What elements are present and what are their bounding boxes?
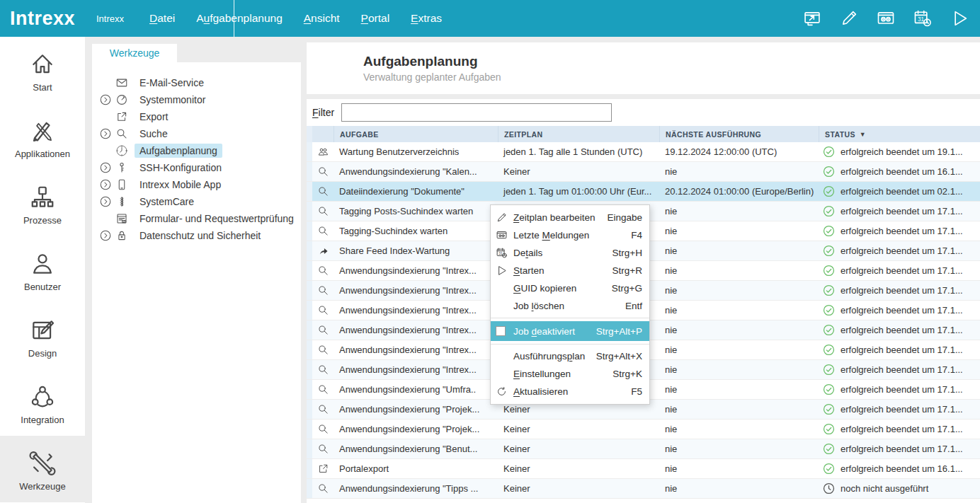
tree-item-formular-und-requestwertpr-fung[interactable]: Formular- und Requestwertprüfung xyxy=(92,210,301,227)
context-menu-item-job-l-schen[interactable]: Job löschenEntf xyxy=(491,297,649,315)
cell-aufgabe: Anwendungsindexierung "Intrex... xyxy=(334,325,498,335)
menubar-item-extras[interactable]: Extras xyxy=(411,12,442,25)
table-row[interactable]: Anwendungsindexierung "Projek...Keinerni… xyxy=(307,420,980,439)
context-menu-item-label: Letzte Meldungen xyxy=(513,230,624,241)
cell-status: erfolgreich beendet um 16.1... xyxy=(819,463,980,475)
tree-item-e-mail-service[interactable]: E-Mail-Service xyxy=(92,74,301,91)
status-text: erfolgreich beendet um 17.1... xyxy=(841,384,963,395)
context-menu-item-label: Starten xyxy=(513,265,605,276)
tree-item-export[interactable]: Export xyxy=(92,108,301,125)
sort-desc-icon: ▼ xyxy=(860,131,866,138)
column-header-status[interactable]: STATUS▼ xyxy=(819,126,980,142)
sidebar-item-prozesse[interactable]: Prozesse xyxy=(0,170,85,236)
tree-item-intrexx-mobile-app[interactable]: Intrexx Mobile App xyxy=(92,176,301,193)
scheduler-icon[interactable]: 31 xyxy=(912,8,933,29)
column-header-zeitplan[interactable]: ZEITPLAN xyxy=(498,126,659,142)
shortcut-label: F4 xyxy=(631,230,642,241)
row-strip xyxy=(307,162,312,181)
expander-icon[interactable] xyxy=(98,228,113,243)
expander-icon xyxy=(98,75,113,91)
menubar-item-portal[interactable]: Portal xyxy=(361,12,390,25)
tree-item-systemcare[interactable]: SystemCare xyxy=(92,193,301,210)
cell-zeitplan: Keiner xyxy=(498,424,659,434)
edit-icon[interactable] xyxy=(838,8,860,29)
context-menu-item-letzte-meldungen[interactable]: Letzte MeldungenF4 xyxy=(491,226,649,244)
context-menu-item-ausf-hrungsplan[interactable]: AusführungsplanStrg+Alt+X xyxy=(491,347,649,365)
status-text: noch nicht ausgeführt xyxy=(841,483,928,494)
success-status-icon xyxy=(823,403,835,415)
expander-icon[interactable] xyxy=(98,160,113,175)
last-messages-icon[interactable] xyxy=(875,8,896,29)
cell-aufgabe: Anwendungsindexierung "Umfra.. xyxy=(334,384,498,395)
expander-icon[interactable] xyxy=(98,177,113,192)
cell-zeitplan: Keiner xyxy=(498,463,659,474)
messages-icon xyxy=(496,229,513,243)
tree-item-suche[interactable]: Suche xyxy=(92,125,301,142)
cell-status: erfolgreich beendet um 17.1... xyxy=(819,364,980,376)
cell-zeitplan: Keiner xyxy=(498,483,659,494)
tab-werkzeuge[interactable]: Werkzeuge xyxy=(92,44,177,62)
row-strip xyxy=(307,142,312,161)
row-strip xyxy=(307,301,312,320)
context-menu-item-guid-kopieren[interactable]: GUID kopierenStrg+G xyxy=(491,279,649,297)
expander-icon[interactable] xyxy=(98,92,113,108)
shortcut-label: F5 xyxy=(631,386,642,397)
context-menu-item-starten[interactable]: StartenStrg+R xyxy=(491,262,649,279)
tree-item-ssh-konfiguration[interactable]: SSH-Konfiguration xyxy=(92,159,301,176)
row-strip xyxy=(307,459,312,478)
menubar-item-aufgabenplanung[interactable]: Aufgabenplanung xyxy=(196,12,283,25)
integration-icon xyxy=(29,383,56,410)
table-row[interactable]: PortalexportKeinernieerfolgreich beendet… xyxy=(307,459,980,479)
success-status-icon xyxy=(823,265,835,277)
cell-naechste: nie xyxy=(659,166,819,177)
tree-item-aufgabenplanung[interactable]: Aufgabenplanung xyxy=(92,142,301,159)
processes-icon xyxy=(29,184,56,211)
row-strip xyxy=(307,420,312,439)
cell-naechste: nie xyxy=(659,305,819,316)
lock-icon xyxy=(115,229,129,243)
context-menu-item-aktualisieren[interactable]: AktualisierenF5 xyxy=(491,383,649,400)
sidebar-item-label: Integration xyxy=(21,415,64,425)
row-strip xyxy=(307,360,312,379)
column-header-n-chste-ausf-hrung[interactable]: NÄCHSTE AUSFÜHRUNG xyxy=(659,126,819,142)
tree-item-datenschutz-und-sicherheit[interactable]: Datenschutz und Sicherheit xyxy=(92,227,301,244)
filter-row: Filter xyxy=(307,99,980,126)
sidebar-item-applikationen[interactable]: Applikationen xyxy=(0,103,85,170)
table-row[interactable]: Anwendungsindexierung "Kalen...Keinernie… xyxy=(307,162,980,182)
checkbox-unchecked[interactable] xyxy=(496,326,506,336)
expander-icon[interactable] xyxy=(98,194,113,209)
cell-naechste: nie xyxy=(659,364,819,375)
table-row[interactable]: Dateiindexierung "Dokumente"jeden 1. Tag… xyxy=(307,182,980,202)
success-status-icon xyxy=(823,304,835,316)
context-menu-item-zeitplan-bearbeiten[interactable]: Zeitplan bearbeitenEingabe xyxy=(491,209,649,226)
cell-aufgabe: Anwendungsindexierung "Projek... xyxy=(334,424,498,434)
tree-item-label: SSH-Konfiguration xyxy=(135,161,227,175)
table-row[interactable]: Anwendungsindexierung "Benut...Keinernie… xyxy=(307,439,980,459)
table-row[interactable]: Wartung Benutzerverzeichnisjeden 1. Tag … xyxy=(307,142,980,162)
sidebar-item-werkzeuge[interactable]: Werkzeuge xyxy=(0,436,85,502)
row-strip xyxy=(307,241,312,260)
expander-icon[interactable] xyxy=(98,126,113,141)
start-icon[interactable] xyxy=(949,8,970,29)
care-icon xyxy=(115,195,129,209)
tree-item-systemmonitor[interactable]: Systemmonitor xyxy=(92,91,301,108)
sidebar-item-design[interactable]: Design xyxy=(0,303,85,369)
filter-input[interactable] xyxy=(341,103,612,122)
shortcut-label: Strg+Alt+P xyxy=(596,326,642,337)
context-menu-item-einstellungen[interactable]: EinstellungenStrg+K xyxy=(491,365,649,383)
tree-item-label: Systemmonitor xyxy=(135,93,210,107)
open-portal-in-browser-icon[interactable] xyxy=(802,8,823,29)
sidebar-item-benutzer[interactable]: Benutzer xyxy=(0,236,85,303)
column-header-aufgabe[interactable]: AUFGABE xyxy=(334,126,498,142)
cell-naechste: nie xyxy=(659,206,819,216)
sidebar-item-integration[interactable]: Integration xyxy=(0,369,85,436)
menubar-item-datei[interactable]: Datei xyxy=(149,12,175,25)
menubar-item-ansicht[interactable]: Ansicht xyxy=(304,12,340,25)
context-menu-item-details[interactable]: 31DetailsStrg+H xyxy=(491,244,649,262)
context-menu-item-job-deaktiviert[interactable]: Job deaktiviertStrg+Alt+P xyxy=(491,321,649,341)
cell-naechste: 19.12.2024 12:00:00 (UTC) xyxy=(659,146,819,157)
sidebar-item-start[interactable]: Start xyxy=(0,37,85,103)
shortcut-label: Strg+H xyxy=(612,248,642,258)
table-row[interactable]: Anwendungsindexierung "Tipps ...Keinerni… xyxy=(307,479,980,499)
cell-aufgabe: Wartung Benutzerverzeichnis xyxy=(334,146,498,157)
